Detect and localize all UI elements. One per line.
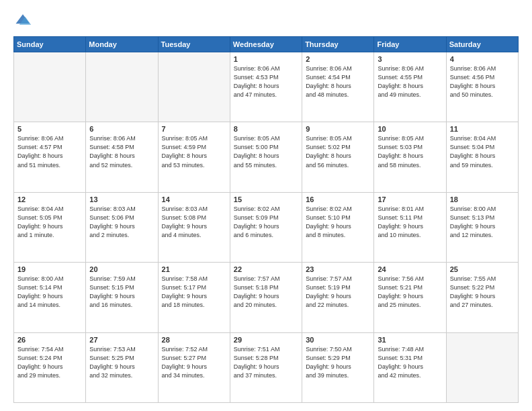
weekday-header-wednesday: Wednesday (230, 37, 302, 52)
day-info: Sunrise: 8:01 AM Sunset: 5:11 PM Dayligh… (378, 205, 442, 240)
day-info: Sunrise: 8:06 AM Sunset: 4:54 PM Dayligh… (306, 64, 370, 99)
calendar-cell: 5Sunrise: 8:06 AM Sunset: 4:57 PM Daylig… (14, 122, 86, 192)
day-info: Sunrise: 7:52 AM Sunset: 5:27 PM Dayligh… (162, 345, 226, 380)
day-number: 17 (378, 195, 442, 203)
day-number: 11 (450, 125, 515, 133)
calendar-cell: 27Sunrise: 7:53 AM Sunset: 5:25 PM Dayli… (86, 332, 158, 402)
day-info: Sunrise: 8:00 AM Sunset: 5:14 PM Dayligh… (17, 275, 82, 310)
day-info: Sunrise: 8:06 AM Sunset: 4:56 PM Dayligh… (450, 64, 515, 99)
calendar-cell: 1Sunrise: 8:06 AM Sunset: 4:53 PM Daylig… (230, 52, 302, 122)
calendar-cell: 8Sunrise: 8:05 AM Sunset: 5:00 PM Daylig… (230, 122, 302, 192)
day-number: 15 (234, 195, 298, 203)
day-number: 4 (450, 55, 515, 63)
calendar-cell: 31Sunrise: 7:48 AM Sunset: 5:31 PM Dayli… (374, 332, 446, 402)
calendar-cell: 30Sunrise: 7:50 AM Sunset: 5:29 PM Dayli… (302, 332, 374, 402)
weekday-header-friday: Friday (374, 37, 446, 52)
day-number: 3 (378, 55, 442, 63)
calendar-cell: 26Sunrise: 7:54 AM Sunset: 5:24 PM Dayli… (14, 332, 86, 402)
day-number: 10 (378, 125, 442, 133)
calendar-cell (14, 52, 86, 122)
day-info: Sunrise: 8:06 AM Sunset: 4:55 PM Dayligh… (378, 64, 442, 99)
calendar-cell: 22Sunrise: 7:57 AM Sunset: 5:18 PM Dayli… (230, 263, 302, 332)
weekday-header-thursday: Thursday (302, 37, 374, 52)
day-number: 6 (89, 125, 154, 133)
day-info: Sunrise: 7:50 AM Sunset: 5:29 PM Dayligh… (306, 345, 370, 380)
calendar-cell (158, 52, 230, 122)
day-number: 14 (162, 195, 226, 203)
calendar-cell: 11Sunrise: 8:04 AM Sunset: 5:04 PM Dayli… (446, 122, 518, 192)
day-number: 31 (378, 336, 442, 344)
calendar-cell: 3Sunrise: 8:06 AM Sunset: 4:55 PM Daylig… (374, 52, 446, 122)
day-info: Sunrise: 8:03 AM Sunset: 5:06 PM Dayligh… (89, 205, 154, 240)
day-number: 27 (89, 336, 154, 344)
day-info: Sunrise: 8:05 AM Sunset: 5:00 PM Dayligh… (234, 134, 298, 169)
weekday-header-row: SundayMondayTuesdayWednesdayThursdayFrid… (14, 37, 519, 52)
day-number: 7 (162, 125, 226, 133)
day-info: Sunrise: 8:05 AM Sunset: 5:02 PM Dayligh… (306, 134, 370, 169)
weekday-header-tuesday: Tuesday (158, 37, 230, 52)
header (13, 11, 519, 30)
calendar-cell: 24Sunrise: 7:56 AM Sunset: 5:21 PM Dayli… (374, 263, 446, 332)
day-info: Sunrise: 8:04 AM Sunset: 5:04 PM Dayligh… (450, 134, 515, 169)
day-info: Sunrise: 8:06 AM Sunset: 4:53 PM Dayligh… (234, 64, 298, 99)
day-info: Sunrise: 7:58 AM Sunset: 5:17 PM Dayligh… (162, 275, 226, 310)
calendar-week-2: 5Sunrise: 8:06 AM Sunset: 4:57 PM Daylig… (14, 122, 519, 192)
day-number: 19 (17, 265, 82, 273)
calendar-week-3: 12Sunrise: 8:04 AM Sunset: 5:05 PM Dayli… (14, 192, 519, 262)
day-number: 13 (89, 195, 154, 203)
weekday-header-monday: Monday (86, 37, 158, 52)
day-number: 25 (450, 265, 515, 273)
calendar-cell: 28Sunrise: 7:52 AM Sunset: 5:27 PM Dayli… (158, 332, 230, 402)
day-number: 5 (17, 125, 82, 133)
day-info: Sunrise: 7:57 AM Sunset: 5:18 PM Dayligh… (234, 275, 298, 310)
calendar-cell: 14Sunrise: 8:03 AM Sunset: 5:08 PM Dayli… (158, 192, 230, 262)
calendar-cell: 2Sunrise: 8:06 AM Sunset: 4:54 PM Daylig… (302, 52, 374, 122)
day-number: 16 (306, 195, 370, 203)
page: SundayMondayTuesdayWednesdayThursdayFrid… (0, 0, 532, 411)
day-number: 29 (234, 336, 298, 344)
day-info: Sunrise: 7:59 AM Sunset: 5:15 PM Dayligh… (89, 275, 154, 310)
day-number: 28 (162, 336, 226, 344)
calendar-table: SundayMondayTuesdayWednesdayThursdayFrid… (13, 36, 519, 403)
day-number: 23 (306, 265, 370, 273)
day-number: 8 (234, 125, 298, 133)
calendar-cell: 12Sunrise: 8:04 AM Sunset: 5:05 PM Dayli… (14, 192, 86, 262)
day-number: 26 (17, 336, 82, 344)
calendar-cell: 21Sunrise: 7:58 AM Sunset: 5:17 PM Dayli… (158, 263, 230, 332)
logo-icon (13, 11, 32, 30)
calendar-cell: 6Sunrise: 8:06 AM Sunset: 4:58 PM Daylig… (86, 122, 158, 192)
day-number: 18 (450, 195, 515, 203)
calendar-cell: 17Sunrise: 8:01 AM Sunset: 5:11 PM Dayli… (374, 192, 446, 262)
day-info: Sunrise: 8:05 AM Sunset: 4:59 PM Dayligh… (162, 134, 226, 169)
day-info: Sunrise: 8:02 AM Sunset: 5:10 PM Dayligh… (306, 205, 370, 240)
calendar-week-1: 1Sunrise: 8:06 AM Sunset: 4:53 PM Daylig… (14, 52, 519, 122)
day-info: Sunrise: 8:00 AM Sunset: 5:13 PM Dayligh… (450, 205, 515, 240)
day-info: Sunrise: 8:05 AM Sunset: 5:03 PM Dayligh… (378, 134, 442, 169)
day-info: Sunrise: 7:53 AM Sunset: 5:25 PM Dayligh… (89, 345, 154, 380)
calendar-cell: 29Sunrise: 7:51 AM Sunset: 5:28 PM Dayli… (230, 332, 302, 402)
day-info: Sunrise: 8:02 AM Sunset: 5:09 PM Dayligh… (234, 205, 298, 240)
day-number: 1 (234, 55, 298, 63)
day-info: Sunrise: 8:03 AM Sunset: 5:08 PM Dayligh… (162, 205, 226, 240)
calendar-cell: 20Sunrise: 7:59 AM Sunset: 5:15 PM Dayli… (86, 263, 158, 332)
day-number: 20 (89, 265, 154, 273)
day-number: 21 (162, 265, 226, 273)
weekday-header-sunday: Sunday (14, 37, 86, 52)
day-info: Sunrise: 7:51 AM Sunset: 5:28 PM Dayligh… (234, 345, 298, 380)
calendar-week-5: 26Sunrise: 7:54 AM Sunset: 5:24 PM Dayli… (14, 332, 519, 402)
day-info: Sunrise: 7:57 AM Sunset: 5:19 PM Dayligh… (306, 275, 370, 310)
day-info: Sunrise: 7:56 AM Sunset: 5:21 PM Dayligh… (378, 275, 442, 310)
calendar-cell: 19Sunrise: 8:00 AM Sunset: 5:14 PM Dayli… (14, 263, 86, 332)
day-number: 30 (306, 336, 370, 344)
day-info: Sunrise: 8:04 AM Sunset: 5:05 PM Dayligh… (17, 205, 82, 240)
weekday-header-saturday: Saturday (446, 37, 518, 52)
day-number: 12 (17, 195, 82, 203)
logo (13, 11, 35, 30)
calendar-cell (86, 52, 158, 122)
calendar-cell: 15Sunrise: 8:02 AM Sunset: 5:09 PM Dayli… (230, 192, 302, 262)
day-number: 22 (234, 265, 298, 273)
calendar-cell: 25Sunrise: 7:55 AM Sunset: 5:22 PM Dayli… (446, 263, 518, 332)
day-info: Sunrise: 7:54 AM Sunset: 5:24 PM Dayligh… (17, 345, 82, 380)
calendar-cell (446, 332, 518, 402)
calendar-cell: 18Sunrise: 8:00 AM Sunset: 5:13 PM Dayli… (446, 192, 518, 262)
